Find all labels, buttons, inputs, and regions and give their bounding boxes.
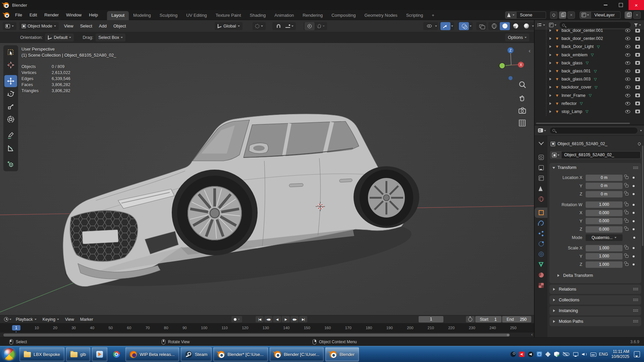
taskbar-app[interactable]	[92, 347, 107, 361]
outliner-row[interactable]: ▼ back_door_center.001 ▽	[535, 26, 644, 35]
hide-in-viewport-toggle[interactable]	[625, 53, 630, 57]
tab-constraints[interactable]	[535, 249, 547, 259]
viewport-menu[interactable]: Add	[96, 23, 110, 28]
timeline-menu[interactable]: Keying	[40, 317, 62, 322]
mode-dropdown[interactable]: Object Mode	[19, 22, 59, 30]
animate-dot[interactable]	[633, 237, 635, 239]
lock-icon[interactable]	[625, 247, 629, 249]
grip-icon[interactable]	[633, 320, 638, 323]
disable-in-renders-toggle[interactable]	[635, 77, 640, 81]
jump-to-end-button[interactable]: ▶|	[299, 316, 307, 322]
grip-icon[interactable]	[633, 166, 638, 169]
number-field[interactable]: 0.000	[586, 210, 623, 216]
workspace-tab[interactable]: +	[427, 11, 439, 20]
move-tool[interactable]	[4, 75, 17, 87]
outliner-row[interactable]: ▼ Back_Door_Light ▽	[535, 43, 644, 51]
lock-icon[interactable]	[625, 255, 629, 258]
outliner-row[interactable]: ▼ backdoor_cover ▽	[535, 83, 644, 91]
scene-name[interactable]: Scene	[517, 11, 546, 19]
hide-in-viewport-toggle[interactable]	[625, 110, 630, 113]
outliner-row[interactable]: ▼ back_door_center.002 ▽	[535, 35, 644, 43]
outliner-row[interactable]: ▼ back_glass.001 ▽	[535, 67, 644, 75]
security-shield-icon[interactable]	[554, 352, 559, 357]
animate-dot[interactable]	[633, 228, 635, 230]
menubar-menu[interactable]: Edit	[26, 10, 41, 20]
lock-icon[interactable]	[625, 193, 629, 195]
hide-in-viewport-toggle[interactable]	[625, 45, 630, 48]
touch-keyboard-icon[interactable]	[590, 352, 596, 357]
lock-icon[interactable]	[625, 212, 629, 214]
properties-options-chevron[interactable]	[640, 130, 642, 132]
tab-world[interactable]	[535, 194, 547, 204]
scale-tool[interactable]	[4, 101, 17, 113]
properties-editor-dropdown[interactable]	[537, 127, 547, 134]
taskbar-app[interactable]	[109, 347, 124, 361]
workspace-tab[interactable]: Compositing	[327, 11, 360, 20]
grip-icon[interactable]	[633, 309, 638, 312]
show-overlays-toggle[interactable]	[459, 22, 469, 30]
pin-id-icon[interactable]	[637, 142, 641, 145]
taskbar-app[interactable]: Steam	[181, 347, 212, 361]
lock-icon[interactable]	[625, 185, 629, 187]
menubar-menu[interactable]: Render	[41, 10, 62, 20]
timeline-menu[interactable]: View	[62, 317, 77, 322]
xray-toggle[interactable]	[476, 22, 486, 30]
remove-viewlayer-button[interactable]: ×	[633, 11, 641, 19]
jump-to-start-button[interactable]: |◀	[256, 316, 264, 322]
outliner-row[interactable]: ▼ back_glass ▽	[535, 59, 644, 67]
number-field[interactable]: 0 m	[586, 191, 623, 197]
animate-dot[interactable]	[633, 255, 635, 257]
drag-dropdown[interactable]: Select Box	[96, 34, 125, 42]
scene-selector[interactable]: Scene	[505, 11, 546, 19]
object-id-dropdown[interactable]	[550, 151, 561, 159]
object-name-field[interactable]: Object_68105_52A80_02_	[561, 151, 641, 159]
options-button[interactable]: Options	[505, 34, 529, 42]
region-collapse-arrow[interactable]: ‹	[529, 48, 531, 54]
solid-shading-button[interactable]	[500, 22, 510, 30]
disable-in-renders-toggle[interactable]	[635, 61, 640, 65]
number-field[interactable]: 0.000	[586, 226, 623, 233]
snap-settings-dropdown[interactable]	[284, 24, 295, 28]
lock-icon[interactable]	[625, 203, 629, 206]
workspace-tab[interactable]: Modeling	[129, 11, 155, 20]
disable-in-renders-toggle[interactable]	[635, 110, 640, 113]
frame-start-field[interactable]: Start1	[475, 316, 501, 322]
grip-icon[interactable]	[633, 298, 638, 301]
expand-icon[interactable]	[549, 94, 553, 97]
number-field[interactable]: 1.000	[586, 261, 623, 268]
hide-in-viewport-toggle[interactable]	[625, 77, 630, 81]
disable-in-renders-toggle[interactable]	[635, 69, 640, 73]
workspace-tab[interactable]: Scripting	[402, 11, 428, 20]
workspace-tab[interactable]: Animation	[270, 11, 298, 20]
number-field[interactable]: 0 m	[586, 175, 623, 181]
hide-in-viewport-toggle[interactable]	[625, 94, 630, 97]
timeline-scrollbar[interactable]	[3, 334, 510, 337]
animate-dot[interactable]	[633, 193, 635, 195]
tab-render[interactable]	[535, 152, 547, 163]
new-viewlayer-button[interactable]	[625, 11, 632, 19]
animate-dot[interactable]	[633, 247, 635, 249]
measure-tool[interactable]	[4, 142, 17, 154]
viewlayer-selector[interactable]: ViewLayer	[580, 11, 621, 19]
number-field[interactable]: 1.000	[586, 245, 623, 251]
taskbar-app[interactable]: LBX Bespoke	[19, 347, 64, 361]
tab-scene[interactable]	[535, 183, 547, 194]
select-box-tool[interactable]	[4, 46, 17, 58]
tab-material[interactable]	[535, 270, 547, 280]
timeline-ruler[interactable]: 1102030405060708090100110120130140150160…	[0, 323, 534, 333]
tab-particles[interactable]	[535, 228, 547, 239]
viewport-menu[interactable]: View	[61, 23, 77, 28]
onedrive-icon[interactable]	[563, 352, 570, 357]
radeon-tray-icon[interactable]	[519, 352, 525, 357]
properties-section[interactable]: Motion Paths	[549, 317, 641, 326]
play-button[interactable]: ▶	[282, 316, 290, 322]
tab-view-layer[interactable]	[535, 173, 547, 183]
use-preview-range-button[interactable]	[466, 316, 475, 322]
camera-view-button[interactable]	[518, 106, 527, 115]
3d-viewport[interactable]: User Perspective (1) Scene Collection | …	[0, 43, 534, 315]
tab-texture[interactable]	[535, 280, 547, 291]
rotation-mode-dropdown[interactable]: Quaternio...	[586, 234, 623, 241]
timeline-menu[interactable]: Playback	[13, 317, 40, 322]
start-button[interactable]	[3, 348, 15, 361]
previous-keyframe-button[interactable]: ◀◆	[264, 316, 272, 322]
